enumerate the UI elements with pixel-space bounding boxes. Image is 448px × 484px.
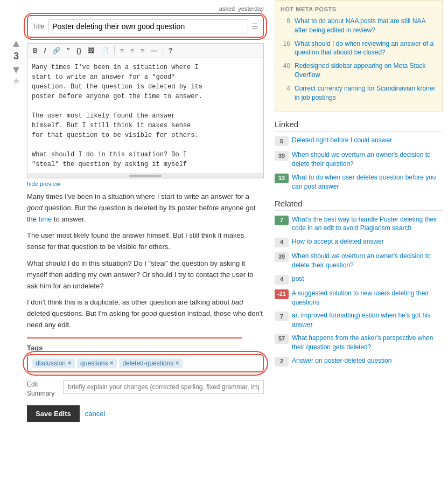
related-item-4: -21 A suggested solution to new users de…: [275, 289, 443, 307]
hot-meta-link-0[interactable]: What to do about NAA posts that are stil…: [295, 17, 437, 35]
edit-summary-section: Edit Summary: [27, 380, 264, 398]
related-badge-1: 4: [275, 238, 289, 247]
edit-summary-input[interactable]: [63, 380, 264, 394]
preview-p3: What should I do in this situation? Do I…: [27, 258, 264, 292]
editor-line: What should I do in this situation? Do I: [32, 150, 259, 160]
vote-down-button[interactable]: ▼: [11, 64, 22, 75]
linked-link-2[interactable]: What to do when user deletes question be…: [292, 173, 443, 191]
help-button[interactable]: ?: [166, 46, 174, 56]
linked-item-2: 13 What to do when user deletes question…: [275, 173, 443, 191]
tags-section: Tags discussion ✕ questions ✕: [27, 344, 264, 372]
hot-meta-num-1: 16: [281, 39, 290, 58]
editor-textarea[interactable]: Many times I've been in a situation wher…: [27, 58, 264, 174]
editor-line: start to write an answer for a *good*: [32, 72, 259, 82]
related-item-1: 4 How to accept a deleted answer: [275, 237, 443, 247]
related-item-0: 7 What's the best way to handle Poster d…: [275, 215, 443, 233]
indent-button[interactable]: ≡: [138, 46, 146, 56]
linked-section: Linked 5 Deleted right before I could an…: [275, 120, 443, 191]
tags-wrapper: discussion ✕ questions ✕ deleted-questio…: [27, 354, 264, 372]
ul-button[interactable]: ≡: [128, 46, 136, 56]
vote-up-button[interactable]: ▲: [11, 38, 22, 49]
quote-button[interactable]: ": [65, 46, 72, 56]
linked-badge-2: 13: [275, 174, 289, 183]
hot-meta-link-3[interactable]: Correct currency naming for Scandinavian…: [295, 84, 437, 102]
tag-discussion: discussion ✕: [32, 358, 75, 368]
hot-meta-num-0: 8: [281, 17, 290, 35]
related-item-3: 4 post: [275, 274, 443, 285]
editor-scrollbar[interactable]: [27, 174, 264, 178]
preview-link[interactable]: time: [39, 215, 52, 223]
cancel-link[interactable]: cancel: [85, 410, 106, 418]
favorite-star[interactable]: ★: [12, 75, 20, 87]
edit-summary-label: Edit Summary: [27, 380, 54, 398]
preview-p2: The user most likely found the answer hi…: [27, 230, 264, 253]
italic-button[interactable]: I: [42, 46, 48, 56]
hot-meta-item-2: 40 Redesigned sidebar appearing on Meta …: [281, 61, 437, 80]
hot-meta-item-0: 8 What to do about NAA posts that are st…: [281, 17, 437, 35]
hot-meta-num-3: 4: [281, 84, 290, 102]
code-button[interactable]: {}: [74, 46, 83, 56]
related-link-3[interactable]: post: [292, 274, 304, 284]
tag-deleted-questions: deleted-questions ✕: [119, 358, 183, 368]
related-badge-4: -21: [275, 289, 289, 299]
related-badge-5: 7: [275, 312, 289, 321]
related-link-7[interactable]: Answer on poster-deleted question: [292, 356, 391, 365]
editor-line: question. But the question is deleted by…: [32, 82, 259, 92]
related-link-2[interactable]: When should we overturn an owner's decis…: [292, 252, 443, 270]
related-badge-0: 7: [275, 216, 289, 225]
image-button[interactable]: 🖼: [86, 46, 96, 56]
linked-item-1: 39 When should we overturn an owner's de…: [275, 150, 443, 169]
editor-line: poster before anyone got the time to ans…: [32, 92, 259, 101]
related-link-1[interactable]: How to accept a deleted answer: [292, 237, 384, 246]
editor-line: "steal" the question by asking it myself: [32, 160, 259, 169]
related-badge-3: 4: [275, 275, 289, 285]
linked-item-0: 5 Deleted right before I could answer: [275, 136, 443, 146]
preview-area: Many times I've been in a situation wher…: [27, 191, 264, 331]
hot-meta-item-3: 4 Correct currency naming for Scandinavi…: [281, 84, 437, 102]
hot-meta-link-1[interactable]: What should I do when reviewing an answe…: [295, 39, 437, 58]
ol-button[interactable]: ≡: [118, 46, 126, 56]
editor-line: for that question to be visible for othe…: [32, 130, 259, 140]
linked-link-0[interactable]: Deleted right before I could answer: [292, 136, 392, 145]
linked-badge-0: 5: [275, 136, 289, 146]
related-link-0[interactable]: What's the best way to handle Poster del…: [292, 215, 443, 233]
asked-info: asked yesterday: [27, 5, 264, 12]
bold-button[interactable]: B: [31, 46, 40, 56]
vote-count: 3: [13, 49, 19, 64]
related-link-5[interactable]: ar, improved formatting) estion when he'…: [292, 311, 443, 329]
snippet-button[interactable]: 📄: [99, 46, 111, 56]
link-button[interactable]: 🔗: [50, 46, 62, 56]
hot-meta-title: HOT META POSTS: [281, 6, 437, 12]
related-item-6: 57 What happens from the asker's perspec…: [275, 334, 443, 352]
linked-link-1[interactable]: When should we overturn an owner's decis…: [292, 150, 443, 169]
tag-questions: questions ✕: [77, 358, 117, 368]
title-section: Title ☰: [27, 15, 264, 38]
related-title: Related: [275, 199, 443, 211]
hide-preview-link[interactable]: hide preview: [27, 181, 264, 187]
title-label: Title: [32, 23, 44, 30]
hot-meta-link-2[interactable]: Redesigned sidebar appearing on Meta Sta…: [295, 61, 437, 80]
vote-area: ▲ 3 ▼ ★: [5, 5, 27, 422]
related-link-4[interactable]: A suggested solution to new users deleti…: [292, 289, 443, 307]
hot-meta-num-2: 40: [281, 61, 290, 80]
tags-label: Tags: [27, 344, 264, 352]
tag-remove-discussion[interactable]: ✕: [67, 360, 72, 366]
related-link-6[interactable]: What happens from the asker's perspectiv…: [292, 334, 443, 352]
preview-p1: Many times I've been in a situation wher…: [27, 191, 264, 225]
toolbar-separator-2: [163, 46, 163, 55]
related-section: Related 7 What's the best way to handle …: [275, 199, 443, 367]
related-badge-2: 39: [275, 252, 289, 262]
hot-meta-box: HOT META POSTS 8 What to do about NAA po…: [275, 0, 443, 112]
save-edits-button[interactable]: Save Edits: [27, 405, 80, 422]
tag-remove-questions[interactable]: ✕: [109, 360, 114, 366]
title-input[interactable]: [48, 19, 248, 33]
tag-remove-deleted-questions[interactable]: ✕: [175, 360, 179, 366]
related-badge-6: 57: [275, 334, 289, 344]
linked-title: Linked: [275, 120, 443, 132]
editor-line: Many times I've been in a situation wher…: [32, 63, 259, 72]
hr-button[interactable]: —: [149, 46, 159, 56]
hot-meta-item-1: 16 What should I do when reviewing an an…: [281, 39, 437, 58]
related-item-5: 7 ar, improved formatting) estion when h…: [275, 311, 443, 329]
linked-badge-1: 39: [275, 151, 289, 161]
editor-line: himself. But I still think it makes sens…: [32, 121, 259, 130]
